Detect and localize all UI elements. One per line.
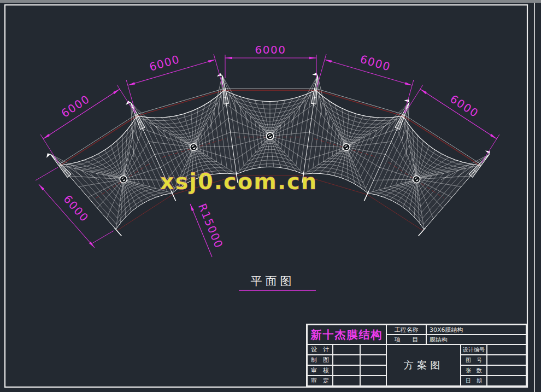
plan-view-label: 平面图 bbox=[251, 274, 295, 288]
titleblock-cell-empty bbox=[333, 355, 360, 365]
hub-ring bbox=[343, 144, 350, 151]
titleblock-design-no-label: 设计编号 bbox=[461, 344, 487, 355]
dimension-text: 6000 bbox=[61, 192, 91, 225]
dimension-arrow bbox=[128, 82, 135, 85]
anchor-tick bbox=[419, 227, 426, 236]
membrane-module-3 bbox=[224, 89, 316, 175]
dimension-arrow bbox=[420, 89, 427, 94]
titleblock-cell-empty bbox=[360, 355, 386, 365]
dimension-arrow bbox=[490, 134, 497, 139]
watermark-text: xsj0.com.cn bbox=[160, 169, 318, 194]
titleblock-item-label: 项 目 bbox=[386, 335, 426, 344]
dimension-arrow bbox=[309, 57, 316, 60]
titleblock-cell-empty bbox=[360, 365, 386, 376]
anchor-tick bbox=[114, 227, 121, 236]
extension-line bbox=[91, 231, 114, 244]
cone-hub-icon bbox=[343, 144, 350, 151]
hub-ring bbox=[190, 144, 197, 151]
extension-line bbox=[317, 54, 326, 87]
cone-hub-icon bbox=[120, 175, 127, 183]
titleblock-sheet-title: 方案图 bbox=[386, 344, 461, 386]
titleblock-date-label: 日 期 bbox=[461, 376, 487, 386]
membrane-structure-plan bbox=[46, 73, 490, 236]
radius-dimension: R15000 bbox=[190, 202, 226, 257]
anchor-tick bbox=[364, 191, 368, 201]
titleblock-project-name-label: 工程名称 bbox=[386, 325, 426, 335]
hub-ring bbox=[413, 175, 420, 183]
radius-text: R15000 bbox=[196, 202, 226, 250]
cone-hub-icon bbox=[267, 133, 274, 140]
mast-pennant bbox=[46, 153, 51, 157]
cad-application-window: 600060006000600060006000R15000xsj0.com.c… bbox=[0, 0, 541, 392]
cone-hub-icon bbox=[413, 175, 420, 183]
dimension-arrow bbox=[225, 57, 232, 60]
dimension-arrow bbox=[405, 82, 412, 85]
cone-hub-icon bbox=[190, 144, 197, 151]
titleblock-sign-approve: 审 定 bbox=[307, 376, 333, 386]
titleblock-cell-empty bbox=[333, 344, 360, 355]
plan-view-caption: 平面图 bbox=[239, 274, 316, 290]
titleblock-sheet-count-label: 张 数 bbox=[461, 365, 487, 376]
extension-line bbox=[214, 54, 223, 87]
titleblock-cell-empty bbox=[333, 365, 360, 376]
title-block: 新十杰膜结构 工程名称 30X6膜结构 项 目 膜结构 设 计 制 图 审 核 … bbox=[306, 324, 527, 387]
extension-line bbox=[36, 167, 58, 180]
mast-rung bbox=[223, 90, 225, 90]
titleblock-cell-empty bbox=[487, 376, 526, 386]
window-top-edge bbox=[0, 0, 541, 3]
dimension-arrow bbox=[325, 60, 332, 63]
titleblock-company: 新十杰膜结构 bbox=[307, 325, 386, 344]
hub-ring bbox=[267, 133, 274, 140]
dimension-arrow bbox=[208, 60, 215, 63]
titleblock-cell-empty bbox=[487, 344, 526, 355]
titleblock-cell-empty bbox=[360, 344, 386, 355]
mast-rung bbox=[314, 90, 316, 90]
dimension-text: 6000 bbox=[148, 52, 181, 74]
titleblock-cell-empty bbox=[333, 376, 360, 386]
titleblock-project-name-value: 30X6膜结构 bbox=[426, 325, 526, 335]
dimension-arrow bbox=[43, 134, 50, 139]
dimension-6000: 6000 bbox=[225, 43, 316, 78]
dimension-text: 6000 bbox=[59, 92, 92, 120]
dimension-arrow bbox=[113, 89, 120, 94]
titleblock-sign-draw: 制 图 bbox=[307, 355, 333, 365]
titleblock-cell-empty bbox=[360, 376, 386, 386]
dimension-arrow bbox=[190, 204, 194, 211]
mast-pennant bbox=[312, 73, 317, 75]
dimension-text: 6000 bbox=[255, 43, 286, 56]
dimension-text: 6000 bbox=[358, 52, 392, 74]
titleblock-item-value: 膜结构 bbox=[426, 335, 526, 344]
extension-line bbox=[405, 85, 423, 113]
extension-line bbox=[117, 85, 135, 113]
titleblock-sign-check: 审 核 bbox=[307, 365, 333, 376]
mast-pennant bbox=[404, 100, 409, 103]
dimension-arrow bbox=[39, 184, 44, 190]
titleblock-cell-empty bbox=[487, 365, 526, 376]
dimension-text: 6000 bbox=[448, 92, 481, 120]
titleblock-sign-design: 设 计 bbox=[307, 344, 333, 355]
hub-ring bbox=[120, 175, 127, 183]
titleblock-cell-empty bbox=[487, 355, 526, 365]
titleblock-drawing-no-label: 图 号 bbox=[461, 355, 487, 365]
